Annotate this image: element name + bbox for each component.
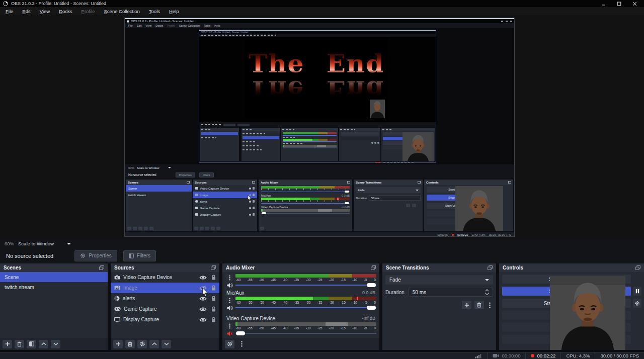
menu-tools[interactable]: Tools — [144, 9, 165, 14]
transition-select[interactable]: Fade — [385, 275, 493, 285]
capture-menu-item: Help — [212, 24, 222, 27]
scene-row-twitch-stream[interactable]: twitch stream — [0, 282, 108, 292]
add-transition-button[interactable] — [462, 301, 471, 309]
remove-source-button[interactable] — [125, 340, 135, 348]
kebab-icon[interactable] — [226, 322, 233, 329]
speaker-muted-icon[interactable] — [226, 331, 233, 336]
scene-filters-button[interactable] — [27, 340, 36, 348]
menu-edit[interactable]: Edit — [18, 9, 35, 14]
close-icon[interactable] — [632, 2, 637, 6]
maximize-icon[interactable] — [617, 2, 621, 6]
gamepad-icon — [114, 307, 121, 311]
transitions-title: Scene Transitions — [386, 265, 429, 271]
menu-view[interactable]: View — [35, 9, 54, 14]
pause-recording-button[interactable] — [633, 287, 641, 296]
nested-titlebar: OBS 31.0.3 - Profile: Untitled - Scenes:… — [199, 31, 436, 34]
duration-spinbox[interactable]: 50 ms — [409, 288, 493, 297]
volume-slider[interactable] — [235, 331, 376, 335]
webcam-person — [370, 100, 385, 118]
menu-file[interactable]: File — [1, 9, 18, 14]
window-titlebar[interactable]: OBS 31.0.3 - Profile: Untitled - Scenes:… — [0, 0, 644, 7]
status-bar: 00:00:00 00:02:22 CPU: 4.3% 30.00 / 30.0… — [0, 352, 644, 359]
zoom-level: 60% — [5, 241, 14, 246]
lock-icon[interactable] — [211, 296, 216, 302]
menu-help[interactable]: Help — [165, 9, 184, 14]
volume-slider[interactable] — [235, 283, 376, 287]
volume-meter — [235, 322, 376, 326]
capture-window-title: OBS 31.0.3 - Profile: Untitled - Scenes:… — [131, 20, 194, 23]
capture-menubar: File Edit View Docks Profile Scene Colle… — [125, 23, 514, 28]
kebab-icon[interactable] — [226, 297, 233, 304]
scene-row-scene[interactable]: Scene — [0, 272, 108, 282]
capture-menu-item: Profile — [165, 24, 177, 27]
scenes-panel: Scenes Scene twitch stream — [0, 263, 108, 350]
speaker-icon[interactable] — [226, 305, 233, 311]
nested-statusbar — [199, 161, 436, 162]
sources-panel: Sources Video Capture Device Image alert… — [111, 263, 219, 350]
capture-sources-panel: Sources Video Capture Device Image alert… — [193, 180, 257, 231]
add-scene-button[interactable] — [3, 340, 12, 348]
visibility-eye-icon[interactable] — [199, 307, 207, 312]
capture-statusbar: 00:00:0000:02:22CPU: 4.3%30.00 / 30.00 F… — [125, 232, 514, 236]
lock-icon[interactable] — [211, 317, 216, 323]
visibility-eye-icon[interactable] — [199, 317, 207, 322]
preview-zoom-row: 60% Scale to Window — [0, 239, 644, 248]
capture-caret-icon — [168, 167, 171, 168]
visibility-eye-icon[interactable] — [199, 275, 207, 280]
scenes-title: Scenes — [4, 265, 21, 271]
no-source-label: No source selected — [6, 253, 53, 259]
move-scene-down-button[interactable] — [51, 340, 60, 348]
lock-icon[interactable] — [211, 306, 216, 312]
menu-profile[interactable]: Profile — [77, 9, 100, 14]
filters-button[interactable]: Filters — [123, 250, 156, 261]
pause-icon — [635, 289, 639, 294]
lock-icon[interactable] — [211, 285, 216, 291]
source-row-display-capture[interactable]: Display Capture — [111, 314, 219, 325]
minimize-icon[interactable] — [601, 2, 606, 6]
lock-icon[interactable] — [211, 275, 216, 281]
scale-mode-dropdown[interactable]: Scale to Window — [18, 241, 54, 246]
move-source-down-button[interactable] — [162, 340, 171, 348]
preview-canvas[interactable]: OBS 31.0.3 - Profile: Untitled - Scenes:… — [0, 15, 644, 239]
meter-scale: -60-55-50-45-40-35-30-25-20-15-10-50 — [235, 326, 376, 330]
popout-icon[interactable] — [635, 265, 640, 270]
meter-scale: -60-55-50-45-40-35-30-25-20-15-10-50 — [235, 300, 376, 305]
add-source-button[interactable] — [113, 340, 123, 348]
capture-menu-item: Tools — [202, 24, 212, 27]
capture-filters-button: Filters — [199, 172, 214, 177]
menu-docks[interactable]: Docks — [54, 9, 76, 14]
popout-icon[interactable] — [211, 265, 216, 270]
nested-mixer-panel — [281, 128, 338, 161]
chevron-down-icon[interactable] — [67, 243, 71, 245]
source-properties-button[interactable] — [137, 340, 147, 348]
volume-slider[interactable] — [235, 305, 376, 310]
nested-transitions-panel — [339, 128, 380, 161]
virtualcam-config-button[interactable] — [633, 299, 641, 308]
move-source-up-button[interactable] — [149, 340, 159, 348]
menu-scene-collection[interactable]: Scene Collection — [100, 9, 144, 14]
kebab-icon[interactable] — [226, 274, 233, 281]
mixer-menu-kebab-icon[interactable] — [237, 340, 247, 348]
source-row-video-capture-device[interactable]: Video Capture Device — [111, 272, 219, 283]
capture-menu-item: Scene Collection — [177, 24, 202, 27]
network-status — [470, 352, 487, 359]
popout-icon[interactable] — [488, 265, 493, 270]
speaker-icon[interactable] — [226, 283, 233, 288]
transition-properties-kebab-icon[interactable] — [487, 301, 492, 309]
remove-scene-button[interactable] — [15, 340, 24, 348]
popout-icon[interactable] — [371, 265, 376, 270]
source-row-game-capture[interactable]: Game Capture — [111, 304, 219, 314]
advanced-audio-button[interactable] — [225, 340, 234, 348]
record-time: 00:02:22 — [525, 352, 560, 359]
capture-titlebar: OBS 31.0.3 - Profile: Untitled - Scenes:… — [125, 19, 514, 23]
sources-title: Sources — [114, 265, 134, 271]
remove-transition-button[interactable] — [474, 301, 484, 309]
capture-transitions-panel: Scene Transitions Fade Duration50 ms — [354, 180, 423, 231]
properties-button[interactable]: Properties — [74, 250, 117, 261]
popout-icon[interactable] — [99, 265, 104, 270]
capture-preview-canvas: OBS 31.0.3 - Profile: Untitled - Scenes:… — [125, 28, 514, 164]
stream-time: 00:00:00 — [487, 352, 525, 359]
capture-controls-panel: Controls Start Streaming Stop Recording … — [424, 180, 513, 231]
move-scene-up-button[interactable] — [39, 340, 48, 348]
cpu-usage: CPU: 4.3% — [560, 352, 595, 359]
